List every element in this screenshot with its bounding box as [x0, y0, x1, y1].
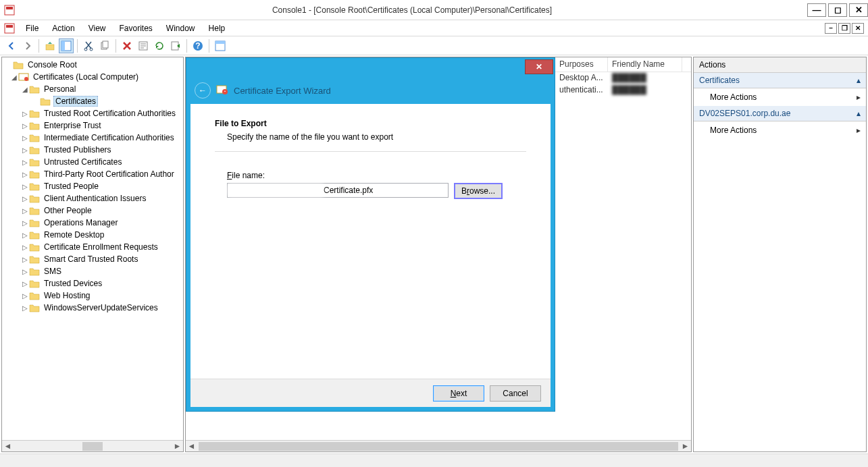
toolbar: ?	[0, 36, 868, 55]
tree-item[interactable]: ▷Client Authentication Issuers	[2, 192, 183, 204]
folder-icon	[29, 194, 40, 203]
export-button[interactable]	[168, 38, 183, 53]
folder-icon	[29, 133, 40, 142]
file-name-label: FFile name:ile name:	[227, 171, 526, 180]
col-purposes[interactable]: Purposes	[555, 57, 608, 72]
tree-item[interactable]: ▷SMS	[2, 265, 183, 277]
mdi-close[interactable]: ✕	[852, 23, 864, 34]
folder-icon	[29, 206, 40, 215]
chevron-right-icon: ▸	[857, 126, 861, 135]
help-button[interactable]: ?	[190, 38, 205, 53]
tree-horizontal-scrollbar[interactable]: ◄►	[2, 440, 183, 451]
list-panel: Purposes Friendly Name Desktop A...█████…	[185, 57, 692, 452]
wizard-close-button[interactable]: ✕	[525, 59, 553, 74]
tree-item[interactable]: ▷Third-Party Root Certification Author	[2, 168, 183, 180]
folder-icon	[29, 230, 40, 240]
tree-certs-local-label: Certificates (Local Computer)	[32, 72, 140, 82]
svg-rect-2	[46, 45, 54, 50]
menu-file[interactable]: File	[19, 22, 45, 35]
browse-button[interactable]: Browse...	[454, 183, 503, 199]
folder-icon	[29, 254, 40, 264]
refresh-button[interactable]	[152, 38, 167, 53]
tree-item[interactable]: ▷Intermediate Certification Authorities	[2, 132, 183, 144]
tree-item[interactable]: ▷Untrusted Certificates	[2, 156, 183, 168]
chevron-right-icon: ▸	[857, 92, 861, 102]
list-horizontal-scrollbar[interactable]: ◄►	[186, 440, 691, 451]
tree-item[interactable]: ▷Enterprise Trust	[2, 119, 183, 132]
tree-item[interactable]: ▷Trusted Root Certification Authorities	[2, 107, 183, 119]
tree-item-label: Trusted Devices	[43, 279, 103, 288]
cell-purposes: uthenticati...	[555, 84, 608, 97]
up-button[interactable]	[43, 38, 57, 53]
folder-icon	[13, 60, 24, 70]
table-row[interactable]: uthenticati...██████	[555, 84, 691, 97]
tree-item[interactable]: ▷Other People	[2, 204, 183, 217]
menu-view[interactable]: View	[82, 22, 113, 35]
tree-personal[interactable]: ◢ Personal	[2, 83, 183, 95]
certificate-export-wizard: ✕ ← Certificate Export Wizard File to Ex…	[186, 57, 555, 412]
tree-item-label: Third-Party Root Certification Author	[43, 169, 176, 179]
tree-panel: Console Root ◢ Certificates (Local Compu…	[1, 57, 184, 452]
menu-window[interactable]: Window	[159, 22, 202, 35]
tree-item-label: Other People	[43, 206, 93, 215]
menu-favorites[interactable]: Favorites	[113, 22, 159, 35]
back-button[interactable]	[4, 38, 19, 53]
tree-item[interactable]: ▷Trusted People	[2, 180, 183, 192]
copy-button[interactable]	[97, 38, 112, 53]
tree-item[interactable]: ▷Trusted Publishers	[2, 144, 183, 156]
cell-purposes: Desktop A...	[555, 72, 608, 84]
show-tree-button[interactable]	[59, 38, 74, 53]
mdi-restore[interactable]: ❐	[838, 23, 850, 34]
tree-item-label: Untrusted Certificates	[43, 157, 123, 167]
wizard-back-button[interactable]: ←	[195, 82, 211, 99]
tree-root[interactable]: Console Root	[2, 59, 183, 71]
collapse-icon: ▴	[857, 109, 861, 118]
cancel-button[interactable]: Cancel	[490, 385, 541, 402]
col-friendly[interactable]: Friendly Name	[608, 57, 682, 72]
folder-icon	[29, 182, 40, 191]
tree-certs-local[interactable]: ◢ Certificates (Local Computer)	[2, 71, 183, 83]
properties-button[interactable]	[136, 38, 151, 53]
forward-button[interactable]	[20, 38, 35, 53]
folder-icon	[29, 145, 40, 155]
tree-item-label: WindowsServerUpdateServices	[43, 303, 159, 312]
svg-rect-14	[215, 41, 225, 44]
actions-section-label: Certificates	[699, 76, 740, 85]
tree-item-label: Certificate Enrollment Requests	[43, 242, 159, 252]
minimize-button[interactable]: —	[807, 3, 826, 17]
cut-button[interactable]	[81, 38, 96, 53]
tree-item[interactable]: ▷Certificate Enrollment Requests	[2, 241, 183, 253]
table-row[interactable]: Desktop A...██████	[555, 72, 691, 84]
wizard-title: Certificate Export Wizard	[234, 86, 331, 96]
certificate-icon	[216, 84, 228, 97]
actions-panel: Actions Certificates ▴ More Actions ▸ DV…	[693, 57, 867, 452]
next-button[interactable]: Next	[433, 385, 484, 402]
tree-item[interactable]: ▷WindowsServerUpdateServices	[2, 302, 183, 314]
tree-item-label: Trusted People	[43, 182, 100, 191]
tree-item-label: Smart Card Trusted Roots	[43, 254, 139, 264]
folder-icon	[29, 303, 40, 312]
view-options-button[interactable]	[213, 38, 228, 53]
menu-help[interactable]: Help	[202, 22, 232, 35]
menu-action[interactable]: Action	[45, 22, 81, 35]
cell-friendly: ██████	[608, 84, 682, 97]
actions-section-certificates[interactable]: Certificates ▴	[694, 73, 866, 88]
tree-item[interactable]: ▷Remote Desktop	[2, 229, 183, 241]
folder-icon	[29, 291, 40, 300]
list-header: Purposes Friendly Name	[555, 57, 691, 72]
maximize-button[interactable]: ◻	[828, 3, 847, 17]
actions-section-server[interactable]: DV02SEPS01.corp.du.ae ▴	[694, 106, 866, 121]
tree-certificates[interactable]: Certificates	[2, 95, 183, 107]
more-actions-server[interactable]: More Actions ▸	[694, 121, 866, 139]
tree-item[interactable]: ▷Web Hosting	[2, 290, 183, 302]
tree-item[interactable]: ▷Smart Card Trusted Roots	[2, 253, 183, 265]
delete-button[interactable]	[120, 38, 134, 53]
tree-item[interactable]: ▷Trusted Devices	[2, 277, 183, 290]
close-button[interactable]: ✕	[849, 3, 868, 17]
menu-bar: File Action View Favorites Window Help –…	[0, 20, 868, 36]
folder-icon	[29, 121, 40, 130]
more-actions-certificates[interactable]: More Actions ▸	[694, 88, 866, 106]
tree-item-label: Operations Manager	[43, 218, 119, 227]
tree-item[interactable]: ▷Operations Manager	[2, 217, 183, 229]
mdi-minimize[interactable]: –	[825, 23, 837, 34]
